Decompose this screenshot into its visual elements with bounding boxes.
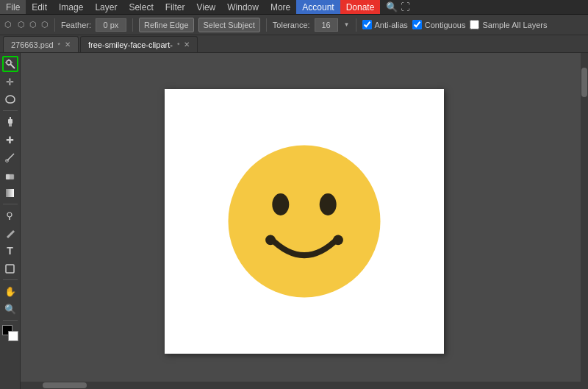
smiley-face-image [220,137,389,306]
sample-all-group: Sample All Layers [470,20,547,29]
menu-image[interactable]: Image [53,0,89,14]
tab-276663-close[interactable]: ✕ [65,40,71,49]
select-subject-button[interactable]: Select Subject [198,18,260,32]
tab-smiley-close[interactable]: ✕ [184,40,190,49]
tab-smiley[interactable]: free-smiley-face-clipart- * ✕ [80,36,198,52]
color-swatches[interactable] [2,325,18,341]
healing-tool[interactable]: ✚ [2,132,18,148]
tolerance-label: Tolerance: [273,21,310,29]
eyedropper-tool[interactable] [2,114,18,130]
menu-layer[interactable]: Layer [89,0,123,14]
tool-shape2-icon: ⬡ [18,20,25,29]
svg-rect-11 [6,174,10,179]
tab-smiley-label: free-smiley-face-clipart- [88,40,173,49]
refine-edge-button[interactable]: Refine Edge [139,18,194,32]
svg-point-1 [7,60,11,65]
tool-shape-icon: ⬡ [4,20,12,29]
tolerance-input[interactable] [315,18,338,32]
svg-point-13 [7,213,12,217]
lasso-tool[interactable] [2,91,18,107]
menu-edit[interactable]: Edit [26,0,53,14]
menu-select[interactable]: Select [123,0,159,14]
menu-bar: File Edit Image Layer Select Filter View… [0,0,588,15]
svg-point-16 [229,145,381,297]
tool-shape4-icon: ⬡ [41,20,49,29]
pen-tool[interactable] [2,225,18,241]
move-tool[interactable]: ✛ [2,74,18,90]
gradient-tool[interactable] [2,185,18,201]
fullscreen-icon: ⛶ [401,1,410,13]
contiguous-checkbox[interactable] [412,20,422,29]
svg-point-18 [320,193,337,215]
feather-input[interactable] [96,18,126,32]
anti-alias-label: Anti-alias [375,21,408,29]
toolbar: ✛ ✚ [0,53,21,389]
svg-rect-15 [6,265,14,273]
contiguous-label: Contiguous [425,21,466,29]
anti-alias-group: Anti-alias [362,20,408,29]
tool-shape3-icon: ⬡ [29,20,37,29]
menu-view[interactable]: View [190,0,221,14]
hand-tool[interactable]: ✋ [2,283,18,299]
svg-rect-8 [10,117,11,120]
vertical-scrollbar-thumb[interactable] [581,68,587,97]
horizontal-scrollbar-thumb[interactable] [43,382,87,388]
tab-276663-label: 276663.psd [11,40,54,49]
menu-account[interactable]: Account [296,0,340,14]
shape-tool[interactable] [2,260,18,276]
sample-all-checkbox[interactable] [470,20,479,29]
background-color[interactable] [8,331,18,341]
tab-276663[interactable]: 276663.psd * ✕ [3,36,79,52]
menu-window[interactable]: Window [221,0,265,14]
dodge-tool[interactable] [2,207,18,224]
anti-alias-checkbox[interactable] [362,20,372,29]
search-icon: 🔍 [386,1,398,13]
text-tool[interactable]: T [2,243,18,259]
menu-filter[interactable]: Filter [159,0,191,14]
tabs-bar: 276663.psd * ✕ free-smiley-face-clipart-… [0,35,588,53]
zoom-tool[interactable]: 🔍 [2,301,18,317]
magic-wand-tool[interactable] [2,56,18,72]
svg-rect-12 [6,189,14,197]
sample-all-label: Sample All Layers [482,21,547,29]
svg-line-0 [10,64,15,68]
contiguous-group: Contiguous [412,20,466,29]
horizontal-scrollbar[interactable] [21,382,581,389]
svg-point-19 [265,235,276,245]
canvas-area [21,53,588,389]
menu-file[interactable]: File [0,0,26,14]
brush-tool[interactable] [2,149,18,165]
vertical-scrollbar[interactable] [581,53,588,389]
svg-point-17 [272,193,289,215]
eraser-tool[interactable] [2,167,18,183]
menu-donate[interactable]: Donate [340,0,381,14]
svg-point-20 [333,235,343,245]
tolerance-dropdown-icon[interactable]: ▼ [344,21,350,28]
feather-label: Feather: [61,21,91,29]
main-area: ✛ ✚ [0,53,588,389]
canvas-document [165,89,444,354]
menu-more[interactable]: More [265,0,296,14]
options-bar: ⬡ ⬡ ⬡ ⬡ Feather: Refine Edge Select Subj… [0,15,588,35]
